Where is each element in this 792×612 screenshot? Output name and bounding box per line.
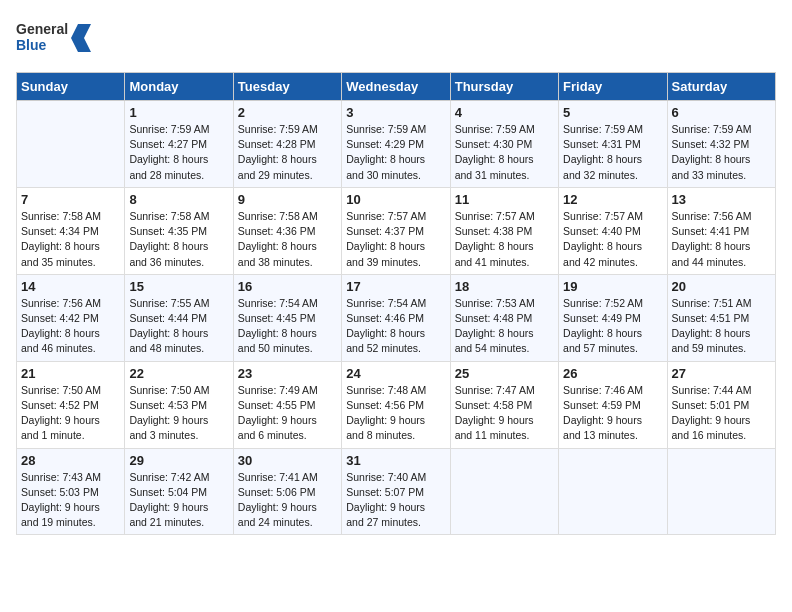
page-header: GeneralBlue <box>16 16 776 60</box>
calendar-cell: 26Sunrise: 7:46 AMSunset: 4:59 PMDayligh… <box>559 361 667 448</box>
calendar-cell <box>559 448 667 535</box>
day-number: 18 <box>455 279 554 294</box>
day-info: Sunrise: 7:42 AMSunset: 5:04 PMDaylight:… <box>129 470 228 531</box>
day-number: 31 <box>346 453 445 468</box>
calendar-cell: 1Sunrise: 7:59 AMSunset: 4:27 PMDaylight… <box>125 101 233 188</box>
day-number: 16 <box>238 279 337 294</box>
day-number: 4 <box>455 105 554 120</box>
day-number: 10 <box>346 192 445 207</box>
calendar-cell: 19Sunrise: 7:52 AMSunset: 4:49 PMDayligh… <box>559 274 667 361</box>
day-info: Sunrise: 7:55 AMSunset: 4:44 PMDaylight:… <box>129 296 228 357</box>
day-number: 29 <box>129 453 228 468</box>
calendar-cell: 28Sunrise: 7:43 AMSunset: 5:03 PMDayligh… <box>17 448 125 535</box>
calendar-cell <box>450 448 558 535</box>
day-info: Sunrise: 7:57 AMSunset: 4:40 PMDaylight:… <box>563 209 662 270</box>
calendar-cell: 18Sunrise: 7:53 AMSunset: 4:48 PMDayligh… <box>450 274 558 361</box>
calendar-cell: 6Sunrise: 7:59 AMSunset: 4:32 PMDaylight… <box>667 101 775 188</box>
weekday-header: Monday <box>125 73 233 101</box>
calendar-cell <box>17 101 125 188</box>
day-info: Sunrise: 7:58 AMSunset: 4:34 PMDaylight:… <box>21 209 120 270</box>
day-info: Sunrise: 7:54 AMSunset: 4:46 PMDaylight:… <box>346 296 445 357</box>
calendar-cell: 16Sunrise: 7:54 AMSunset: 4:45 PMDayligh… <box>233 274 341 361</box>
day-number: 13 <box>672 192 771 207</box>
weekday-header-row: SundayMondayTuesdayWednesdayThursdayFrid… <box>17 73 776 101</box>
day-number: 30 <box>238 453 337 468</box>
day-info: Sunrise: 7:47 AMSunset: 4:58 PMDaylight:… <box>455 383 554 444</box>
day-info: Sunrise: 7:59 AMSunset: 4:31 PMDaylight:… <box>563 122 662 183</box>
day-number: 14 <box>21 279 120 294</box>
calendar-week-row: 21Sunrise: 7:50 AMSunset: 4:52 PMDayligh… <box>17 361 776 448</box>
day-info: Sunrise: 7:40 AMSunset: 5:07 PMDaylight:… <box>346 470 445 531</box>
day-number: 9 <box>238 192 337 207</box>
day-number: 2 <box>238 105 337 120</box>
day-info: Sunrise: 7:57 AMSunset: 4:37 PMDaylight:… <box>346 209 445 270</box>
day-info: Sunrise: 7:59 AMSunset: 4:27 PMDaylight:… <box>129 122 228 183</box>
calendar-cell: 10Sunrise: 7:57 AMSunset: 4:37 PMDayligh… <box>342 187 450 274</box>
day-info: Sunrise: 7:53 AMSunset: 4:48 PMDaylight:… <box>455 296 554 357</box>
day-number: 27 <box>672 366 771 381</box>
day-number: 21 <box>21 366 120 381</box>
day-info: Sunrise: 7:57 AMSunset: 4:38 PMDaylight:… <box>455 209 554 270</box>
day-number: 15 <box>129 279 228 294</box>
calendar-cell: 31Sunrise: 7:40 AMSunset: 5:07 PMDayligh… <box>342 448 450 535</box>
calendar-cell: 15Sunrise: 7:55 AMSunset: 4:44 PMDayligh… <box>125 274 233 361</box>
weekday-header: Saturday <box>667 73 775 101</box>
day-number: 28 <box>21 453 120 468</box>
day-info: Sunrise: 7:43 AMSunset: 5:03 PMDaylight:… <box>21 470 120 531</box>
day-number: 8 <box>129 192 228 207</box>
day-info: Sunrise: 7:59 AMSunset: 4:28 PMDaylight:… <box>238 122 337 183</box>
day-info: Sunrise: 7:41 AMSunset: 5:06 PMDaylight:… <box>238 470 337 531</box>
day-number: 11 <box>455 192 554 207</box>
calendar-week-row: 14Sunrise: 7:56 AMSunset: 4:42 PMDayligh… <box>17 274 776 361</box>
day-info: Sunrise: 7:50 AMSunset: 4:53 PMDaylight:… <box>129 383 228 444</box>
calendar-cell: 14Sunrise: 7:56 AMSunset: 4:42 PMDayligh… <box>17 274 125 361</box>
day-number: 3 <box>346 105 445 120</box>
day-info: Sunrise: 7:59 AMSunset: 4:30 PMDaylight:… <box>455 122 554 183</box>
calendar-cell: 7Sunrise: 7:58 AMSunset: 4:34 PMDaylight… <box>17 187 125 274</box>
calendar-week-row: 28Sunrise: 7:43 AMSunset: 5:03 PMDayligh… <box>17 448 776 535</box>
day-number: 26 <box>563 366 662 381</box>
day-number: 25 <box>455 366 554 381</box>
day-info: Sunrise: 7:44 AMSunset: 5:01 PMDaylight:… <box>672 383 771 444</box>
day-info: Sunrise: 7:56 AMSunset: 4:41 PMDaylight:… <box>672 209 771 270</box>
day-info: Sunrise: 7:58 AMSunset: 4:35 PMDaylight:… <box>129 209 228 270</box>
calendar-table: SundayMondayTuesdayWednesdayThursdayFrid… <box>16 72 776 535</box>
day-info: Sunrise: 7:54 AMSunset: 4:45 PMDaylight:… <box>238 296 337 357</box>
day-info: Sunrise: 7:46 AMSunset: 4:59 PMDaylight:… <box>563 383 662 444</box>
svg-text:General: General <box>16 21 68 37</box>
day-info: Sunrise: 7:58 AMSunset: 4:36 PMDaylight:… <box>238 209 337 270</box>
logo-icon: GeneralBlue <box>16 16 96 60</box>
weekday-header: Thursday <box>450 73 558 101</box>
day-number: 17 <box>346 279 445 294</box>
weekday-header: Wednesday <box>342 73 450 101</box>
day-number: 12 <box>563 192 662 207</box>
calendar-cell: 9Sunrise: 7:58 AMSunset: 4:36 PMDaylight… <box>233 187 341 274</box>
calendar-cell: 22Sunrise: 7:50 AMSunset: 4:53 PMDayligh… <box>125 361 233 448</box>
calendar-cell: 12Sunrise: 7:57 AMSunset: 4:40 PMDayligh… <box>559 187 667 274</box>
weekday-header: Sunday <box>17 73 125 101</box>
calendar-cell: 20Sunrise: 7:51 AMSunset: 4:51 PMDayligh… <box>667 274 775 361</box>
day-info: Sunrise: 7:59 AMSunset: 4:29 PMDaylight:… <box>346 122 445 183</box>
calendar-cell: 3Sunrise: 7:59 AMSunset: 4:29 PMDaylight… <box>342 101 450 188</box>
calendar-cell: 27Sunrise: 7:44 AMSunset: 5:01 PMDayligh… <box>667 361 775 448</box>
day-info: Sunrise: 7:52 AMSunset: 4:49 PMDaylight:… <box>563 296 662 357</box>
day-number: 19 <box>563 279 662 294</box>
calendar-cell: 13Sunrise: 7:56 AMSunset: 4:41 PMDayligh… <box>667 187 775 274</box>
calendar-cell: 23Sunrise: 7:49 AMSunset: 4:55 PMDayligh… <box>233 361 341 448</box>
day-info: Sunrise: 7:48 AMSunset: 4:56 PMDaylight:… <box>346 383 445 444</box>
calendar-cell: 21Sunrise: 7:50 AMSunset: 4:52 PMDayligh… <box>17 361 125 448</box>
calendar-cell: 11Sunrise: 7:57 AMSunset: 4:38 PMDayligh… <box>450 187 558 274</box>
calendar-cell: 17Sunrise: 7:54 AMSunset: 4:46 PMDayligh… <box>342 274 450 361</box>
svg-marker-2 <box>71 24 91 52</box>
calendar-cell: 29Sunrise: 7:42 AMSunset: 5:04 PMDayligh… <box>125 448 233 535</box>
calendar-cell: 25Sunrise: 7:47 AMSunset: 4:58 PMDayligh… <box>450 361 558 448</box>
day-info: Sunrise: 7:49 AMSunset: 4:55 PMDaylight:… <box>238 383 337 444</box>
calendar-cell <box>667 448 775 535</box>
calendar-week-row: 1Sunrise: 7:59 AMSunset: 4:27 PMDaylight… <box>17 101 776 188</box>
weekday-header: Friday <box>559 73 667 101</box>
day-number: 22 <box>129 366 228 381</box>
day-number: 23 <box>238 366 337 381</box>
logo: GeneralBlue <box>16 16 96 60</box>
calendar-week-row: 7Sunrise: 7:58 AMSunset: 4:34 PMDaylight… <box>17 187 776 274</box>
day-info: Sunrise: 7:50 AMSunset: 4:52 PMDaylight:… <box>21 383 120 444</box>
